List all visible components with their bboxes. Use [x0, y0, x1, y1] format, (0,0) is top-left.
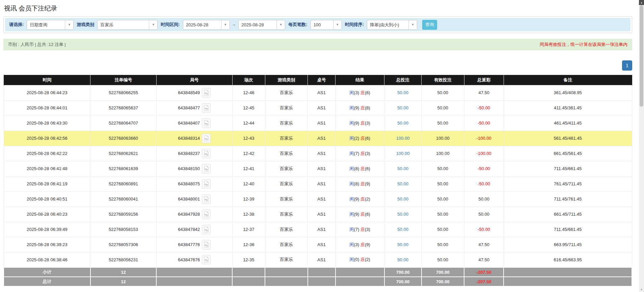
video-file-icon[interactable] — [202, 240, 211, 249]
round-number: 643848150 — [178, 166, 200, 171]
chevron-down-icon[interactable]: ▼ — [333, 20, 342, 29]
cell-total-bet[interactable]: 50.00 — [384, 115, 422, 131]
video-file-icon[interactable] — [202, 103, 211, 113]
cell-time: 2025-08-28 06:38:46 — [4, 252, 90, 267]
cell-total-bet[interactable]: 50.00 — [384, 207, 422, 222]
cell-total-bet[interactable]: 50.00 — [384, 237, 422, 252]
footer-empty — [336, 267, 384, 277]
cell-note: 711.45/761.45 — [504, 191, 632, 207]
chevron-down-icon[interactable]: ▼ — [65, 20, 73, 29]
query-type-select[interactable]: 日期查询 ▼ — [27, 20, 74, 30]
chevron-down-icon[interactable]: ▼ — [221, 20, 230, 29]
result-player-score: (8) — [354, 181, 360, 186]
round-number: 643848075 — [178, 181, 200, 186]
scroll-down-icon[interactable]: ▼ — [639, 287, 644, 292]
result-player: 闲 — [349, 166, 354, 171]
cell-time: 2025-08-28 06:44:23 — [4, 85, 90, 100]
cell-session: 12-37 — [232, 222, 265, 237]
date-from-select[interactable]: 2025-08-28 ▼ — [183, 20, 230, 30]
cell-round-number: 643848407 — [156, 115, 232, 131]
cell-total-bet[interactable]: 50.00 — [384, 252, 422, 267]
video-file-icon[interactable] — [202, 164, 211, 174]
result-banker: 庄 — [360, 181, 365, 186]
page-size-select[interactable]: 100 ▼ — [311, 20, 342, 30]
cell-payout: -50.00 — [464, 222, 504, 237]
result-player-score: (9) — [354, 121, 360, 126]
cell-bet-number: 522768061639 — [90, 161, 156, 176]
column-header: 有效投注 — [422, 75, 464, 85]
cell-round-number: 643848314 — [156, 131, 232, 146]
video-file-icon[interactable] — [202, 134, 211, 143]
cell-result: 闲(9) 庄(8) — [336, 100, 384, 115]
scrollbar-thumb[interactable] — [640, 5, 643, 107]
cell-bet-number: 522768062621 — [90, 146, 156, 161]
video-file-icon[interactable] — [202, 118, 211, 128]
sort-order-select[interactable]: 降幂(由大到小) ▼ — [367, 20, 417, 30]
video-file-icon[interactable] — [202, 149, 211, 158]
cell-table-number: AS1 — [308, 207, 336, 222]
game-category-select[interactable]: 百家乐 ▼ — [97, 20, 158, 30]
cell-bet-number: 522768064707 — [90, 115, 156, 131]
footer-empty — [265, 267, 308, 277]
video-file-icon[interactable] — [202, 210, 211, 219]
result-banker: 庄 — [360, 105, 365, 110]
cell-valid-bet: 50.00 — [422, 252, 464, 267]
cell-table-number: AS1 — [308, 146, 336, 161]
result-banker-score: (3) — [365, 121, 370, 126]
video-file-icon[interactable] — [202, 88, 211, 98]
cell-time: 2025-08-28 06:41:19 — [4, 176, 90, 191]
result-player: 闲 — [349, 90, 354, 95]
video-file-icon[interactable] — [202, 194, 211, 204]
cell-total-bet[interactable]: 100.00 — [384, 146, 422, 161]
cell-time: 2025-08-28 06:42:22 — [4, 146, 90, 161]
cell-total-bet[interactable]: 50.00 — [384, 176, 422, 191]
cell-game-category: 百家乐 — [265, 191, 308, 207]
result-banker: 庄 — [360, 90, 365, 95]
date-to-select[interactable]: 2025-08-28 ▼ — [238, 20, 285, 30]
result-banker: 庄 — [360, 212, 365, 217]
cell-round-number: 643848001 — [156, 191, 232, 207]
chevron-down-icon[interactable]: ▼ — [149, 20, 157, 29]
cell-total-bet[interactable]: 100.00 — [384, 131, 422, 146]
footer-empty — [308, 277, 336, 286]
result-player: 闲 — [349, 257, 354, 262]
cell-round-number: 643848549 — [156, 85, 232, 100]
cell-total-bet[interactable]: 50.00 — [384, 100, 422, 115]
search-button[interactable]: 查询 — [422, 20, 437, 30]
chevron-down-icon[interactable]: ▼ — [408, 20, 417, 29]
cell-total-bet[interactable]: 50.00 — [384, 161, 422, 176]
cell-session: 12-36 — [232, 237, 265, 252]
scrollbar[interactable]: ▲ ▼ — [639, 0, 644, 292]
cell-table-number: AS1 — [308, 131, 336, 146]
cell-total-bet[interactable]: 50.00 — [384, 85, 422, 100]
footer-label: 小计 — [4, 267, 90, 277]
cell-time: 2025-08-28 06:39:49 — [4, 222, 90, 237]
result-banker-score: (6) — [365, 166, 370, 171]
cell-table-number: AS1 — [308, 237, 336, 252]
video-file-icon[interactable] — [202, 255, 211, 264]
page-button-1[interactable]: 1 — [622, 60, 632, 71]
cell-result: 闲(9) 庄(2) — [336, 191, 384, 207]
cell-game-category: 百家乐 — [265, 176, 308, 191]
cell-result: 闲(0) 庄(2) — [336, 252, 384, 267]
footer-total-bet: 700.00 — [384, 277, 422, 286]
column-header: 游戏类别 — [265, 75, 308, 85]
video-file-icon[interactable] — [202, 179, 211, 189]
cell-session: 12-41 — [232, 161, 265, 176]
game-category-value: 百家乐 — [98, 20, 149, 29]
cell-table-number: AS1 — [308, 191, 336, 207]
round-number: 643847776 — [178, 242, 200, 247]
table-row: 2025-08-28 06:44:23522768066255643848549… — [4, 85, 632, 100]
video-file-icon[interactable] — [202, 225, 211, 234]
bet-records-table: 时间注单编号局号场次游戏类别桌号结果总投注有效投注总派彩备注 2025-08-2… — [3, 75, 632, 287]
table-header-row: 时间注单编号局号场次游戏类别桌号结果总投注有效投注总派彩备注 — [4, 75, 632, 85]
column-header: 局号 — [156, 75, 232, 85]
result-banker-score: (6) — [365, 136, 370, 141]
cell-total-bet[interactable]: 50.00 — [384, 222, 422, 237]
footer-empty — [265, 277, 308, 286]
chevron-down-icon[interactable]: ▼ — [276, 20, 285, 29]
game-category-label: 游戏类别 — [77, 22, 94, 28]
cell-total-bet[interactable]: 50.00 — [384, 191, 422, 207]
scroll-up-icon[interactable]: ▲ — [639, 0, 644, 5]
result-banker-score: (8) — [365, 105, 370, 110]
